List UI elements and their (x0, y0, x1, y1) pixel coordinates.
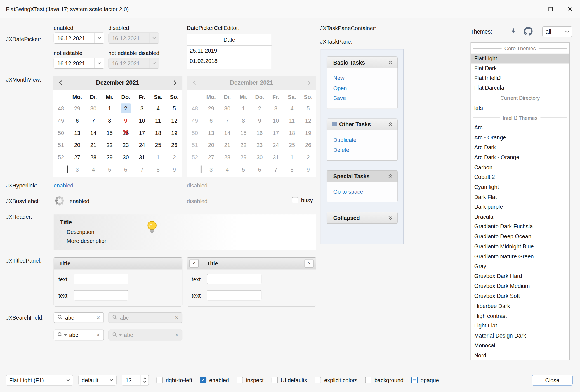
theme-list-item[interactable]: Flat IntelliJ (471, 73, 569, 83)
checkbox-box[interactable] (365, 377, 371, 383)
calendar-day[interactable]: 19 (166, 127, 182, 139)
checkbox-box[interactable] (271, 377, 277, 383)
download-icon[interactable] (510, 27, 518, 35)
calendar-day[interactable]: 30 (85, 102, 102, 115)
calendar-day[interactable]: 22 (102, 139, 118, 151)
chevron-double-up-icon[interactable] (388, 60, 393, 65)
text-input[interactable] (74, 290, 128, 300)
date-picker-enabled[interactable]: 16.12.2021 (54, 32, 104, 44)
search-field-enabled[interactable]: ✕ (54, 312, 104, 323)
calendar-day[interactable]: 13 (69, 127, 85, 139)
task-pane-header[interactable]: Other Tasks (327, 118, 398, 130)
calendar-day[interactable]: 31 (134, 151, 150, 163)
search-input[interactable] (65, 315, 94, 321)
clear-icon[interactable]: ✕ (96, 332, 100, 338)
chevron-double-up-icon[interactable] (388, 122, 393, 127)
calendar-day[interactable]: 23 (118, 139, 134, 151)
task-link[interactable]: Go to space (327, 186, 397, 196)
calendar-day[interactable]: 21 (85, 139, 102, 151)
checkbox-box[interactable] (411, 377, 418, 383)
theme-list-item[interactable]: High contrast (471, 311, 569, 321)
checkbox-opaque[interactable]: opaque (411, 377, 439, 383)
calendar-day[interactable]: 30 (118, 151, 134, 163)
task-pane-header[interactable]: Basic Tasks (327, 56, 398, 68)
theme-list-item[interactable]: Arc (471, 123, 569, 133)
task-pane-header[interactable]: Collapsed (327, 212, 398, 224)
chevron-double-up-icon[interactable] (388, 174, 393, 179)
calendar-day[interactable]: 25 (150, 139, 166, 151)
calendar-day[interactable]: 26 (166, 139, 182, 151)
close-icon[interactable] (560, 0, 580, 18)
theme-list-item[interactable]: Monocai (471, 341, 569, 350)
calendar-day[interactable]: 14 (85, 127, 102, 139)
calendar-day[interactable]: 7 (85, 115, 102, 127)
search-field-with-menu[interactable]: ✕ (54, 330, 104, 340)
calendar-day[interactable]: 1 (150, 151, 166, 163)
checkbox-box[interactable] (237, 377, 243, 383)
theme-list-item[interactable]: Nord (471, 351, 569, 360)
calendar-day[interactable]: 11 (150, 115, 166, 127)
calendar-day[interactable]: 24 (134, 139, 150, 151)
chevron-down-icon[interactable] (94, 33, 104, 43)
calendar-day[interactable]: 5 (166, 102, 182, 115)
checkbox-ui-defaults[interactable]: UI defaults (271, 377, 307, 383)
theme-list-item[interactable]: Gradianto Midnight Blue (471, 242, 569, 251)
font-size-spinner[interactable]: 12 (122, 375, 149, 385)
spinner-buttons[interactable] (141, 375, 149, 385)
task-link[interactable]: New (327, 73, 397, 83)
calendar-day[interactable]: 2 (118, 102, 134, 115)
chevron-down-icon[interactable] (94, 58, 104, 68)
text-input[interactable] (207, 274, 261, 284)
checkbox-enabled[interactable]: enabled (200, 377, 229, 383)
calendar-day[interactable]: 6 (118, 163, 134, 176)
themes-list[interactable]: Core ThemesFlat LightFlat DarkFlat Intel… (470, 42, 569, 360)
theme-list-item[interactable]: Carbon (471, 162, 569, 172)
calendar-day[interactable]: 28 (85, 151, 102, 163)
table-row[interactable]: 25.11.2019 (187, 46, 272, 56)
calendar-day[interactable]: 29 (69, 102, 85, 115)
hyperlink-enabled[interactable]: enabled (54, 182, 74, 188)
checkbox-box[interactable] (200, 377, 206, 383)
task-pane-header[interactable]: Special Tasks (327, 170, 398, 182)
calendar-day[interactable]: 1 (102, 102, 118, 115)
table-row[interactable]: 01.02.2018 (187, 56, 272, 66)
task-link[interactable]: Open (327, 83, 397, 93)
text-input[interactable] (207, 290, 261, 300)
prev-month-icon[interactable] (53, 76, 68, 90)
checkbox-box[interactable] (315, 377, 321, 383)
theme-list-item[interactable]: Gruvbox Dark Soft (471, 291, 569, 301)
calendar-day[interactable]: 3 (69, 163, 85, 176)
right-arrow-button[interactable]: > (305, 259, 314, 267)
calendar-day[interactable]: 4 (85, 163, 102, 176)
calendar-day[interactable]: 9 (166, 163, 182, 176)
theme-list-item[interactable]: Gruvbox Dark Medium (471, 281, 569, 291)
maximize-icon[interactable] (541, 0, 560, 18)
calendar-day[interactable]: 27 (69, 151, 85, 163)
text-input[interactable] (74, 274, 128, 284)
theme-list-item[interactable]: Gradianto Dark Fuchsia (471, 222, 569, 232)
left-arrow-button[interactable]: < (189, 259, 199, 267)
theme-list-item[interactable]: Arc - Orange (471, 133, 569, 142)
theme-list-item[interactable]: Gray (471, 262, 569, 271)
task-link[interactable]: Duplicate (327, 135, 397, 145)
checkbox-busy[interactable]: busy (292, 197, 313, 203)
calendar-day[interactable]: 10 (134, 115, 150, 127)
laf-combobox[interactable]: Flat Light (F1) (6, 375, 73, 385)
calendar-day[interactable]: 29 (102, 151, 118, 163)
checkbox-inspect[interactable]: inspect (237, 377, 264, 383)
calendar-day[interactable]: 2 (166, 151, 182, 163)
calendar-day[interactable]: 5 (102, 163, 118, 176)
calendar-day[interactable]: 20 (69, 139, 85, 151)
calendar-day[interactable]: 7 (134, 163, 150, 176)
theme-list-item[interactable]: Dracula (471, 212, 569, 222)
theme-list-item[interactable]: Flat Light (471, 54, 569, 63)
font-combobox[interactable]: default (78, 375, 116, 385)
theme-list-item[interactable]: Gruvbox Dark Hard (471, 271, 569, 281)
theme-list-item[interactable]: Gradianto Nature Green (471, 251, 569, 261)
calendar-day[interactable]: 15 (102, 127, 118, 139)
date-picker-not-editable[interactable]: 16.12.2021 (54, 58, 104, 69)
calendar-day[interactable]: 6 (69, 115, 85, 127)
themes-filter-combobox[interactable]: all (542, 26, 572, 37)
checkbox-box[interactable] (292, 197, 298, 203)
theme-list-item[interactable]: Dark Flat (471, 192, 569, 202)
